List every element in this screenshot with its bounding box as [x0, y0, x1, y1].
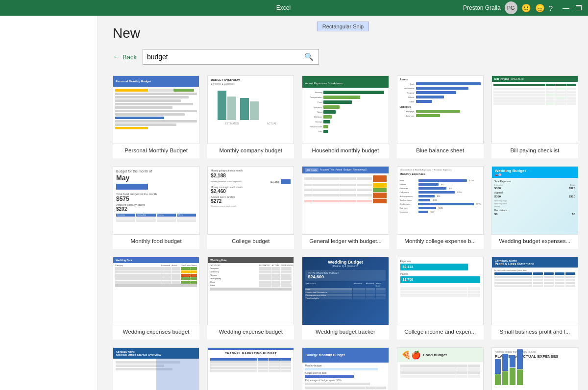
thumb-line	[115, 99, 181, 102]
col-header	[546, 84, 556, 86]
cell	[271, 284, 280, 287]
thumb-body	[302, 173, 388, 205]
back-arrow-icon: ←	[113, 52, 121, 61]
thumb-content: Budget for the month of May Total food b…	[113, 167, 199, 234]
col: Allocation	[354, 282, 366, 287]
thumb-col: Snacks	[157, 214, 176, 222]
back-button[interactable]: ← Back	[113, 52, 137, 61]
help-icon[interactable]: ?	[549, 4, 553, 12]
template-card-channel-marketing-budget[interactable]: CHANNEL MARKETING BUDGET	[207, 347, 294, 390]
template-card-bill-paying-checklist[interactable]: Bill Paying CHECKLIST	[491, 75, 578, 158]
col	[555, 272, 564, 275]
cell	[353, 291, 365, 293]
cell	[400, 294, 467, 297]
template-card-general-ledger-budget[interactable]: 5% Costs Account Title Actual Budget Rem…	[302, 166, 389, 249]
search-input[interactable]	[143, 51, 299, 63]
template-name: Household monthly budget	[302, 144, 389, 158]
cell: Food	[305, 288, 352, 291]
bar	[502, 354, 508, 371]
template-card-wedding-budget-expenses[interactable]: Wedding Budget 🚗 🌸 Total Expenses Estima…	[491, 166, 578, 249]
label: Food	[305, 101, 322, 103]
cell	[304, 194, 312, 196]
data-row	[210, 364, 291, 366]
template-name: Wedding expenses budget	[113, 325, 199, 340]
cell	[468, 365, 480, 367]
label: Investments	[400, 87, 415, 90]
cell	[313, 194, 340, 196]
template-name: Monthly food budget	[113, 235, 199, 249]
search-bar: 🔍	[143, 49, 319, 65]
label: Mortgage	[400, 110, 415, 113]
template-card-small-business-profit[interactable]: Company Name Profit & Loss Statement for…	[491, 257, 578, 340]
cell	[172, 284, 180, 287]
cell	[546, 97, 556, 99]
thumb-subtitle: CHECKLIST	[511, 77, 524, 80]
thumb-col: Others	[177, 214, 196, 222]
template-grid-area[interactable]: Personal Monthly Budget	[98, 72, 588, 390]
thumb-header: College Monthly Budget	[302, 348, 388, 363]
hbar-row: Vehicle	[400, 96, 481, 98]
thumb-title: CHANNEL MARKETING BUDGET	[208, 350, 294, 357]
cell	[546, 102, 556, 105]
thumb-content: Actual Expenses Breakdown Housing Transp…	[302, 76, 388, 144]
cell	[280, 367, 291, 369]
template-card-blue-balance-sheet[interactable]: Assets Cash Investments Property	[397, 75, 484, 158]
template-card-monthly-college-expense[interactable]: ● Income Left ● Monthly Expenses ● Semes…	[397, 166, 484, 249]
thumb-row	[304, 175, 386, 182]
bar-group	[495, 359, 501, 385]
col: ACTUAL	[271, 264, 280, 267]
cell	[353, 297, 365, 299]
cell	[400, 287, 467, 290]
label: Auto expenses	[400, 195, 417, 197]
food-emoji: 🍕🍎	[401, 350, 421, 360]
cell	[533, 276, 543, 278]
template-card-personal-monthly-budget[interactable]: Personal Monthly Budget	[113, 75, 199, 158]
cell	[191, 281, 197, 284]
hbar	[323, 100, 352, 104]
period: Analysis of data from January to June	[495, 350, 575, 353]
cell	[161, 274, 171, 277]
hbar	[418, 195, 435, 197]
label: Income	[400, 272, 480, 275]
template-card-college-monthly-budget[interactable]: College Monthly Budget Monthly budget Ac…	[302, 347, 389, 390]
maximize-icon[interactable]: 🗖	[575, 4, 582, 12]
user-avatar[interactable]: PG	[505, 1, 517, 14]
data-row: Travel	[210, 284, 292, 287]
value: $1,268	[270, 180, 279, 183]
cell	[340, 194, 356, 196]
cell	[259, 274, 271, 277]
template-card-monthly-company-budget[interactable]: BUDGET OVERVIEW ■ Income ■ Expenses	[207, 75, 294, 158]
cell: Flowers	[210, 274, 258, 277]
legend-item: ● Income Left	[400, 169, 412, 171]
minimize-icon[interactable]: —	[563, 4, 569, 12]
bar	[517, 349, 523, 369]
cell	[172, 277, 180, 280]
template-card-medical-office-startup[interactable]: Company Name Medical Office Startup Over…	[113, 347, 199, 390]
cell	[271, 267, 280, 270]
template-card-household-monthly-budget[interactable]: Actual Expenses Breakdown Housing Transp…	[302, 75, 389, 158]
col-headers: CATEGORY ESTIMATED ACTUAL OVER/UNDER	[210, 264, 292, 267]
col-headers	[494, 272, 575, 275]
template-card-wedding-budget-tracker[interactable]: Wedding Budget [Partner 1] & [Partner 2]…	[302, 257, 389, 340]
template-name: Blue balance sheet	[397, 144, 484, 158]
template-card-wedding-expense-budget[interactable]: Wedding Date CATEGORY ESTIMATED ACTUAL O…	[207, 257, 294, 340]
bar	[305, 375, 353, 378]
sub-row: Shoes	[494, 205, 575, 208]
value: $75	[449, 187, 452, 190]
bar	[495, 359, 501, 374]
template-card-food-budget[interactable]: 🍕🍎 Food budget	[397, 347, 484, 390]
search-button[interactable]: 🔍	[299, 50, 318, 63]
template-card-monthly-food-budget[interactable]: Budget for the month of May Total food b…	[113, 166, 199, 249]
data-row: Food	[305, 288, 385, 291]
template-card-college-income-expense[interactable]: Expenses $2,113 Income $2,750	[397, 257, 484, 340]
label: Decorations	[494, 209, 575, 212]
thumb-content: Expenses $2,113 Income $2,750	[397, 257, 483, 325]
template-card-college-budget[interactable]: Money going out each month $2,188 monthl…	[207, 166, 294, 249]
template-card-planned-actual[interactable]: Analysis of data from January to June PL…	[491, 347, 578, 390]
col	[210, 358, 257, 361]
cell	[115, 267, 161, 270]
hbar	[416, 100, 432, 103]
cell	[555, 285, 564, 287]
template-thumb: Actual Expenses Breakdown Housing Transp…	[302, 75, 389, 144]
template-card-wedding-expenses-budget[interactable]: Wedding Data Category Estimated Actual O…	[113, 257, 199, 340]
